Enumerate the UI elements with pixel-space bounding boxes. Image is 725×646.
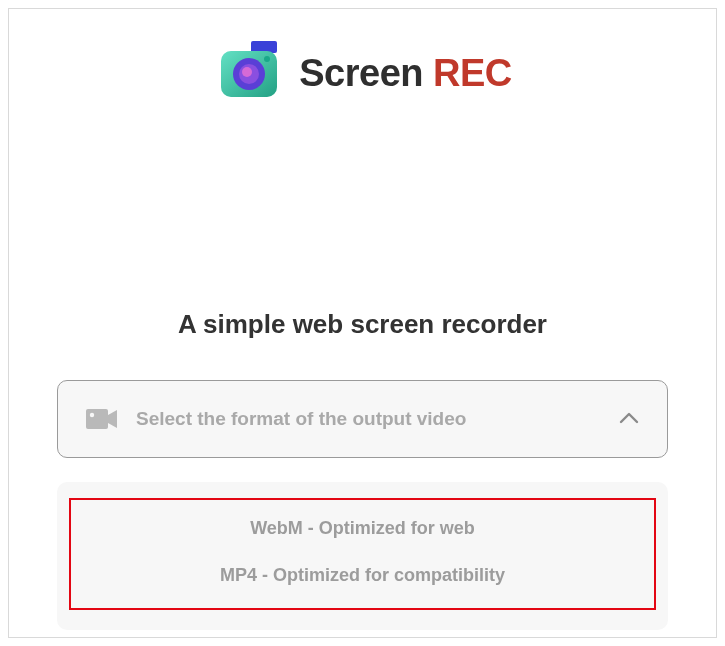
tagline: A simple web screen recorder xyxy=(9,309,716,340)
svg-point-5 xyxy=(242,67,252,77)
brand-word-screen: Screen xyxy=(299,52,423,95)
option-webm[interactable]: WebM - Optimized for web xyxy=(250,518,475,539)
svg-rect-7 xyxy=(86,409,108,429)
video-camera-icon xyxy=(86,407,118,431)
camera-icon xyxy=(213,37,285,109)
option-mp4[interactable]: MP4 - Optimized for compatibility xyxy=(220,565,505,586)
logo-row: Screen REC xyxy=(9,37,716,109)
chevron-up-icon xyxy=(619,410,639,428)
format-select[interactable]: Select the format of the output video xyxy=(57,380,668,458)
svg-point-8 xyxy=(90,413,94,417)
brand-title: Screen REC xyxy=(299,52,511,95)
format-select-row: Select the format of the output video xyxy=(57,380,668,458)
brand-word-rec: REC xyxy=(433,52,512,95)
app-frame: Screen REC A simple web screen recorder … xyxy=(8,8,717,638)
format-options-panel: WebM - Optimized for web MP4 - Optimized… xyxy=(57,482,668,630)
format-options-highlight: WebM - Optimized for web MP4 - Optimized… xyxy=(69,498,656,610)
svg-point-6 xyxy=(264,56,270,62)
format-select-placeholder: Select the format of the output video xyxy=(136,408,619,430)
